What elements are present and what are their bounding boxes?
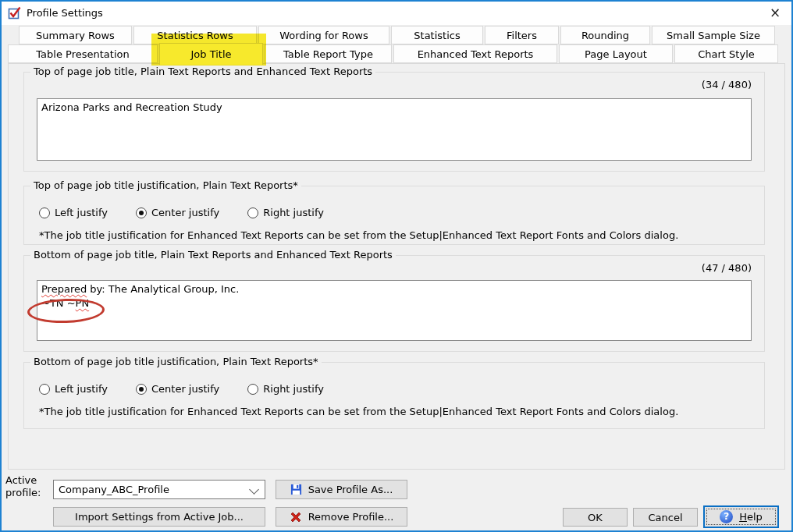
- bottom-job-title-group: Bottom of page job title, Plain Text Rep…: [23, 255, 765, 352]
- help-button[interactable]: ? Help: [703, 505, 779, 528]
- profile-settings-dialog: Profile Settings × Summary Rows Statisti…: [0, 0, 793, 532]
- bottom-job-title-input[interactable]: Prepared by: The Analytical Group, Inc. …: [37, 280, 752, 341]
- remove-x-icon: [290, 511, 302, 523]
- top-justify-footnote: *The job title justification for Enhance…: [39, 229, 678, 241]
- bottom-left-justify-radio[interactable]: Left justify: [39, 383, 108, 395]
- radio-checked-icon: [136, 207, 147, 218]
- bottom-center-justify-radio[interactable]: Center justify: [136, 383, 219, 395]
- tab-row-1: Summary Rows Statistics Rows Wording for…: [19, 26, 777, 44]
- radio-label: Right justify: [263, 383, 324, 395]
- active-profile-select[interactable]: Company_ABC_Profile: [53, 480, 265, 499]
- radio-checked-icon: [136, 384, 147, 395]
- save-floppy-icon: [290, 484, 302, 495]
- bottom-justify-radio-group: Left justify Center justify Right justif…: [39, 383, 324, 395]
- import-settings-label: Import Settings from Active Job...: [75, 511, 244, 523]
- tab-enhanced-text-reports[interactable]: Enhanced Text Reports: [393, 44, 557, 63]
- tab-small-sample-size[interactable]: Small Sample Size: [652, 26, 775, 44]
- top-right-justify-radio[interactable]: Right justify: [247, 207, 324, 218]
- ok-button[interactable]: OK: [563, 508, 628, 527]
- top-job-title-group-label: Top of page job title, Plain Text Report…: [30, 66, 375, 77]
- app-checkmark-icon: [8, 6, 21, 20]
- tab-table-report-type[interactable]: Table Report Type: [265, 44, 392, 63]
- bottom-job-title-line1: Prepared by: The Analytical Group, Inc.: [41, 282, 747, 296]
- title-bar: Profile Settings ×: [2, 2, 791, 25]
- active-profile-label: Active profile:: [5, 474, 49, 499]
- window-title: Profile Settings: [27, 2, 103, 24]
- bottom-job-title-line2: ~TN ~PN: [41, 296, 747, 310]
- tab-chart-style[interactable]: Chart Style: [674, 44, 778, 63]
- bottom-job-title-counter: (47 / 480): [702, 262, 752, 274]
- radio-icon: [39, 207, 50, 218]
- tab-job-title[interactable]: Job Title: [159, 43, 263, 65]
- bottom-job-title-group-label: Bottom of page job title, Plain Text Rep…: [30, 249, 396, 261]
- tab-table-presentation[interactable]: Table Presentation: [8, 44, 158, 63]
- radio-label: Center justify: [151, 383, 219, 395]
- tab-statistics[interactable]: Statistics: [391, 26, 483, 44]
- tab-summary-rows[interactable]: Summary Rows: [19, 26, 132, 44]
- save-profile-as-button[interactable]: Save Profile As...: [276, 480, 407, 499]
- radio-label: Left justify: [55, 383, 108, 395]
- radio-icon: [247, 207, 258, 218]
- bottom-justify-group: Bottom of page job title justification, …: [23, 362, 765, 429]
- import-settings-button[interactable]: Import Settings from Active Job...: [53, 507, 265, 527]
- bottom-right-justify-radio[interactable]: Right justify: [247, 383, 324, 395]
- chevron-down-icon: [249, 484, 259, 495]
- top-justify-group-label: Top of page job title justification, Pla…: [30, 179, 301, 191]
- tab-rounding[interactable]: Rounding: [560, 26, 650, 44]
- radio-label: Right justify: [263, 207, 324, 218]
- top-job-title-group: Top of page job title, Plain Text Report…: [23, 72, 765, 172]
- cancel-button[interactable]: Cancel: [633, 508, 698, 527]
- top-justify-radio-group: Left justify Center justify Right justif…: [39, 207, 324, 218]
- radio-label: Center justify: [151, 207, 219, 218]
- ok-label: OK: [588, 512, 603, 523]
- close-icon[interactable]: ×: [759, 2, 791, 24]
- radio-icon: [247, 384, 258, 395]
- radio-label: Left justify: [55, 207, 108, 218]
- top-center-justify-radio[interactable]: Center justify: [136, 207, 219, 218]
- bottom-justify-footnote: *The job title justification for Enhance…: [39, 406, 678, 417]
- save-profile-as-label: Save Profile As...: [308, 484, 393, 495]
- top-job-title-input[interactable]: Arizona Parks and Recreation Study: [37, 98, 752, 161]
- bottom-justify-group-label: Bottom of page job title justification, …: [30, 356, 322, 367]
- active-profile-value: Company_ABC_Profile: [59, 481, 169, 498]
- tab-statistics-rows[interactable]: Statistics Rows: [133, 26, 257, 44]
- radio-icon: [39, 384, 50, 395]
- top-job-title-text: Arizona Parks and Recreation Study: [41, 101, 222, 113]
- tab-row-2: Table Presentation Job Title Table Repor…: [8, 44, 780, 63]
- tab-page-layout[interactable]: Page Layout: [559, 44, 673, 63]
- top-justify-group: Top of page job title justification, Pla…: [23, 186, 765, 245]
- tab-filters[interactable]: Filters: [485, 26, 559, 44]
- help-question-icon: ?: [720, 510, 733, 523]
- top-left-justify-radio[interactable]: Left justify: [39, 207, 108, 218]
- cancel-label: Cancel: [648, 512, 682, 523]
- tab-wording-for-rows[interactable]: Wording for Rows: [258, 26, 389, 44]
- help-label: Help: [739, 511, 763, 523]
- remove-profile-button[interactable]: Remove Profile...: [276, 507, 407, 527]
- remove-profile-label: Remove Profile...: [308, 511, 394, 523]
- top-job-title-counter: (34 / 480): [702, 79, 752, 90]
